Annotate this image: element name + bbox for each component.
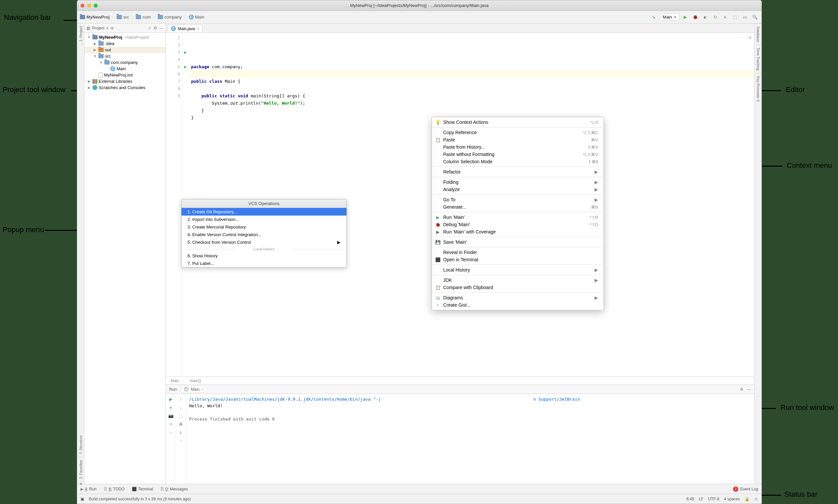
popup-item[interactable]: 4. Enable Version Control Integration...: [181, 231, 346, 238]
indent[interactable]: 4 spaces: [724, 497, 740, 501]
navigation-bar: MyNewProj〉src〉com〉company〉CMain ↘ Main ▾…: [77, 11, 762, 23]
tab-project[interactable]: 1: Project: [78, 23, 84, 44]
settings-icon[interactable]: ⚙: [153, 25, 157, 31]
tree-row[interactable]: ▶out: [85, 47, 166, 53]
context-menu-item[interactable]: Folding▶: [432, 179, 604, 186]
tree-row[interactable]: ▼com.company: [85, 59, 166, 66]
breadcrumb-item[interactable]: com: [136, 15, 151, 20]
run-hide-icon[interactable]: —: [747, 387, 751, 392]
layout-button[interactable]: ▭: [741, 13, 749, 21]
tool-windows-icon[interactable]: ▣: [81, 497, 84, 501]
context-menu-item[interactable]: Paste without Formatting⌥⇧⌘V: [432, 151, 604, 158]
tree-row[interactable]: ▼MyNewProj ~/IdeaProject: [85, 34, 166, 40]
breadcrumb-item[interactable]: main(): [190, 378, 201, 383]
bottom-tool-bar: ▶4: Run☰6: TODO⬛Terminal☰0: Messages 2 E…: [77, 484, 762, 494]
cursor-position[interactable]: 6:45: [686, 497, 694, 501]
tree-row[interactable]: ▼src: [85, 53, 166, 59]
popup-item[interactable]: 7. Put Label...: [181, 259, 346, 267]
context-menu-item[interactable]: ▶Run 'Main'^⇧R: [432, 214, 604, 221]
context-menu-item[interactable]: Reveal in Finder: [432, 249, 604, 256]
popup-item[interactable]: 3. Create Mercurial Repository: [181, 223, 346, 231]
context-menu-item[interactable]: ○Create Gist...: [432, 301, 604, 309]
context-menu-item[interactable]: JDK▶: [432, 276, 604, 284]
context-menu-item[interactable]: 📋Paste⌘V: [432, 136, 604, 143]
editor-tab-main[interactable]: C Main.java ×: [167, 24, 203, 33]
context-menu-item[interactable]: Refactor▶: [432, 168, 604, 176]
scroll-icon[interactable]: ⤓: [179, 430, 182, 435]
run-settings-icon[interactable]: ⚙: [740, 387, 744, 392]
tree-row[interactable]: CMain: [85, 66, 166, 72]
left-tool-tabs: 1: Project 7: Structure 2: Favorites ★: [77, 23, 85, 484]
tree-row[interactable]: MyNewProj.iml: [85, 72, 166, 78]
rerun-icon[interactable]: ▶: [169, 397, 173, 402]
maximize-window-button[interactable]: [94, 4, 98, 7]
line-separator[interactable]: LF: [699, 497, 703, 501]
search-button[interactable]: 🔍: [751, 13, 759, 21]
popup-item[interactable]: 6. Show History: [181, 252, 346, 259]
project-panel-title[interactable]: Project: [92, 26, 104, 31]
run-tab-label[interactable]: Main: [191, 387, 199, 392]
event-log-button[interactable]: 2 Event Log: [733, 486, 758, 492]
breadcrumb-item[interactable]: company: [158, 15, 182, 20]
breadcrumb-item[interactable]: CMain: [189, 15, 204, 20]
close-tab-icon[interactable]: ×: [197, 26, 199, 31]
tree-row[interactable]: ▶External Libraries: [85, 78, 166, 85]
popup-item[interactable]: 1. Create Git Repository...: [181, 208, 346, 216]
context-menu-item[interactable]: 📋Compare with Clipboard: [432, 284, 604, 291]
up-icon[interactable]: ↑: [180, 397, 182, 402]
bottom-tool-button[interactable]: ▶4: Run: [81, 487, 96, 491]
context-menu-item[interactable]: Column Selection Mode⇧⌘8: [432, 158, 604, 165]
context-menu-item[interactable]: 🗂Diagrams▶: [432, 294, 604, 301]
tab-favorites[interactable]: 2: Favorites: [78, 457, 84, 482]
context-menu-item[interactable]: ⬛Open in Terminal: [432, 256, 604, 263]
breadcrumb-item[interactable]: MyNewProj: [80, 15, 110, 20]
context-menu-item[interactable]: Paste from History...⇧⌘V: [432, 143, 604, 151]
context-menu-item[interactable]: Copy Reference⌥⇧⌘C: [432, 129, 604, 136]
hide-icon[interactable]: —: [159, 25, 164, 31]
exit-icon[interactable]: ⎋: [170, 421, 172, 427]
context-menu-item[interactable]: Local History▶: [432, 266, 604, 273]
run-config-dropdown[interactable]: Main ▾: [660, 14, 679, 20]
popup-item[interactable]: 5. Checkout from Version Control▶: [181, 238, 346, 246]
context-menu-item[interactable]: Generate...⌘N: [432, 203, 604, 211]
context-menu-item[interactable]: ▶Run 'Main' with Coverage: [432, 228, 604, 235]
down-icon[interactable]: ↓: [180, 405, 182, 410]
minimize-window-button[interactable]: [87, 4, 91, 7]
build-button[interactable]: ↘: [650, 13, 658, 21]
stop-button[interactable]: ■: [721, 13, 729, 21]
tab-time-tracking[interactable]: Time Tracking: [755, 45, 761, 73]
collapse-icon[interactable]: ⤢: [148, 25, 151, 31]
context-menu-item[interactable]: 🐞Debug 'Main'^⇧D: [432, 221, 604, 228]
profile-button[interactable]: ↻: [711, 13, 719, 21]
tree-row[interactable]: ▶.idea: [85, 40, 166, 47]
camera-icon[interactable]: 📷: [168, 413, 174, 418]
locate-icon[interactable]: ⊕: [110, 25, 114, 31]
tab-key-promoter[interactable]: Key Promoter X: [755, 73, 761, 105]
encoding[interactable]: UTF-8: [708, 497, 719, 501]
stop-icon[interactable]: ■: [170, 405, 172, 410]
run-button[interactable]: ▶: [681, 13, 689, 21]
vcs-button[interactable]: ⬚: [731, 13, 739, 21]
context-menu-item[interactable]: Go To▶: [432, 196, 604, 203]
context-menu-item[interactable]: Analyze▶: [432, 186, 604, 193]
wrap-icon[interactable]: ⬚: [179, 413, 183, 418]
breadcrumb-item[interactable]: Main: [171, 378, 179, 383]
debug-button[interactable]: 🐞: [691, 13, 699, 21]
popup-item[interactable]: 2. Import into Subversion...: [181, 216, 346, 223]
tab-database[interactable]: Database: [755, 23, 761, 45]
coverage-button[interactable]: ⬖: [701, 13, 709, 21]
output-path: /Library/Java/JavaVirtualMachines/jdk-9.…: [189, 397, 381, 402]
lock-icon[interactable]: 🔒: [745, 497, 750, 501]
bottom-tool-button[interactable]: ⬛Terminal: [132, 487, 153, 491]
run-console[interactable]: /Library/Java/JavaVirtualMachines/jdk-9.…: [186, 394, 754, 484]
print-icon[interactable]: 🖶: [179, 421, 183, 427]
hector-icon[interactable]: ☺: [754, 497, 758, 501]
breadcrumb-item[interactable]: src: [117, 15, 129, 20]
context-menu-item[interactable]: 💾Save 'Main': [432, 238, 604, 246]
bottom-tool-button[interactable]: ☰6: TODO: [104, 487, 125, 491]
tab-structure[interactable]: 7: Structure: [78, 433, 84, 457]
close-window-button[interactable]: [81, 4, 85, 7]
vcs-popup: VCS Operations 1. Create Git Repository.…: [181, 199, 347, 268]
bottom-tool-button[interactable]: ☰0: Messages: [160, 487, 188, 491]
tree-row[interactable]: ▶Scratches and Consoles: [85, 85, 166, 91]
